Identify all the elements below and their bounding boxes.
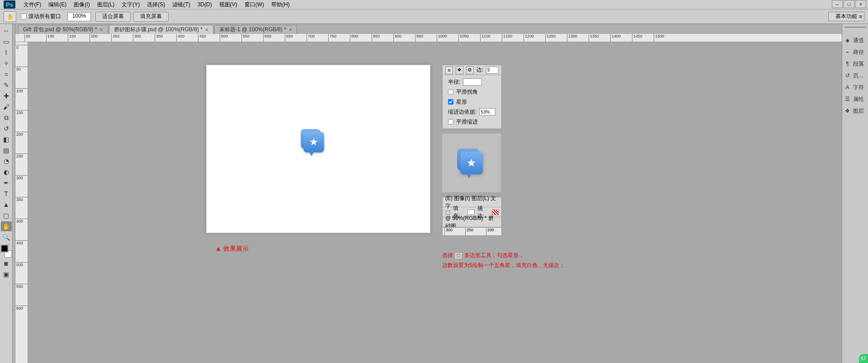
gradient-tool-icon[interactable]: ▤	[1, 145, 12, 155]
zoom-tool-icon[interactable]: 🔍	[1, 232, 12, 242]
crop-tool-icon[interactable]: ⌗	[1, 69, 12, 79]
menu-window[interactable]: 窗口(W)	[241, 0, 268, 10]
fill-screen-button[interactable]: 填充屏幕	[133, 12, 169, 22]
step-thumbnail: ★	[442, 134, 501, 192]
dock-character[interactable]: A字符	[844, 83, 867, 92]
menu-3d[interactable]: 3D(D)	[194, 0, 216, 9]
menu-layer[interactable]: 图层(L)	[94, 0, 118, 10]
indent-input[interactable]	[479, 108, 495, 115]
smooth-indent-checkbox[interactable]	[448, 119, 453, 124]
scroll-all-windows-checkbox[interactable]: 滚动所有窗口	[21, 13, 61, 20]
scroll-all-label: 滚动所有窗口	[28, 13, 61, 20]
star-label: 星形	[456, 98, 467, 106]
mini-ruler: 300250200	[443, 227, 501, 235]
clone-stamp-tool-icon[interactable]: ⧉	[1, 113, 12, 123]
sides-label: 边:	[476, 66, 483, 74]
result-label: ▲ 效果展示	[215, 245, 249, 253]
dock-history[interactable]: ↺历…	[844, 71, 867, 80]
history-brush-tool-icon[interactable]: ↺	[1, 124, 12, 134]
close-icon[interactable]: ×	[289, 27, 292, 33]
document-tab[interactable]: Gift 背包.psd @ 50%(RGB/8) *×	[18, 25, 108, 34]
polygon-tool-icon: ⬡	[454, 252, 462, 259]
dock-properties[interactable]: ☰属性	[844, 95, 867, 104]
menu-filter[interactable]: 滤镜(T)	[169, 0, 193, 10]
menu-image[interactable]: 图像(I)	[70, 0, 93, 10]
marquee-tool-icon[interactable]: ▭	[1, 37, 12, 47]
brush-tool-icon[interactable]: 🖌	[1, 102, 12, 112]
gear-icon[interactable]: ⚙	[466, 66, 474, 74]
corner-badge: 57	[859, 354, 868, 363]
star-icon: ★	[467, 157, 476, 170]
dock-paragraph[interactable]: ¶段落	[844, 59, 867, 68]
color-swatches[interactable]	[1, 245, 12, 258]
canvas-viewport[interactable]: ★ ▲ 效果展示 ≡ ❖	[28, 42, 842, 363]
lasso-tool-icon[interactable]: ⌇	[1, 48, 12, 57]
star-checkbox[interactable]	[448, 99, 453, 105]
polygon-options-panel: ≡ ❖ ⚙ 边: 半径:	[442, 65, 502, 129]
radius-input[interactable]	[463, 78, 482, 86]
scroll-all-checkbox-input[interactable]	[21, 14, 27, 19]
dodge-tool-icon[interactable]: ◐	[1, 167, 12, 177]
toolbox: ↔ ▭ ⌇ ✧ ⌗ ✎ ✚ 🖌 ⧉ ↺ ◧ ▤ ◔ ◐ ✒ T ▲ ▢ ✋ 🔍	[0, 24, 13, 363]
menu-help[interactable]: 帮助(H)	[268, 0, 293, 10]
menu-file[interactable]: 文件(F)	[20, 0, 45, 10]
eraser-tool-icon[interactable]: ◧	[1, 134, 12, 144]
shape-tool-icon[interactable]: ▢	[1, 210, 12, 220]
menu-bar: Ps 文件(F) 编辑(E) 图像(I) 图层(L) 文字(Y) 选择(S) 滤…	[0, 0, 868, 10]
right-panel-dock: ◈通道 ⌁路径 ¶段落 ↺历… A字符 ☰属性 ❖图层	[842, 24, 868, 363]
instruction-text: 选择 ⬡ 多边形工具，勾选星形， 边数设置为5绘制一个五角星，填充白色，无描边；	[442, 250, 664, 270]
close-icon[interactable]: ×	[205, 27, 208, 33]
magic-wand-tool-icon[interactable]: ✧	[1, 58, 12, 68]
screen-mode-icon[interactable]: ▣	[1, 269, 12, 279]
path-selection-tool-icon[interactable]: ▲	[1, 200, 12, 210]
window-close-button[interactable]: ×	[855, 0, 866, 8]
quick-mask-icon[interactable]: ◙	[1, 258, 12, 268]
chat-bubble-star-icon: ★	[460, 152, 483, 175]
app-logo: Ps	[4, 0, 15, 9]
vertical-ruler[interactable]: 050100150200250300350400450500550600	[15, 42, 28, 363]
arrange-icon[interactable]: ❖	[456, 66, 463, 74]
close-icon[interactable]: ×	[100, 27, 103, 33]
document-tab[interactable]: 未标题-1 @ 100%(RGB/8) *×	[214, 25, 297, 34]
menu-edit[interactable]: 编辑(E)	[45, 0, 70, 10]
chat-bubble-star-icon: ★	[303, 132, 324, 153]
fit-screen-button[interactable]: 适合屏幕	[95, 12, 131, 22]
radius-label: 半径:	[448, 78, 460, 86]
window-minimize-button[interactable]: –	[832, 0, 843, 8]
eyedropper-tool-icon[interactable]: ✎	[1, 80, 12, 90]
window-maximize-button[interactable]: □	[844, 0, 854, 8]
dock-layers[interactable]: ❖图层	[844, 106, 867, 115]
sides-input[interactable]	[486, 67, 499, 74]
mini-options-panel: (E) 图像(I) 图层(L) 文字 ⬚ 填充: 描边:	[442, 197, 502, 236]
smooth-indent-label: 平滑缩进	[456, 118, 478, 126]
star-icon: ★	[309, 136, 318, 148]
hand-tool-icon[interactable]: ✋	[1, 221, 12, 231]
options-bar: ✋ 滚动所有窗口 100% 适合屏幕 填充屏幕 基本功能	[0, 10, 868, 24]
foreground-color-swatch[interactable]	[1, 245, 8, 252]
hand-tool-preset-icon[interactable]: ✋	[4, 11, 16, 22]
result-canvas: ★	[206, 65, 430, 233]
align-icon[interactable]: ≡	[445, 66, 453, 74]
document-tab[interactable]: 磨砂图标步骤.psd @ 100%(RGB/8) *×	[109, 25, 213, 34]
blur-tool-icon[interactable]: ◔	[1, 156, 12, 166]
dock-channels[interactable]: ◈通道	[844, 36, 867, 45]
menu-type[interactable]: 文字(Y)	[118, 0, 143, 10]
type-tool-icon[interactable]: T	[1, 189, 12, 199]
pen-tool-icon[interactable]: ✒	[1, 178, 12, 188]
menu-select[interactable]: 选择(S)	[143, 0, 169, 10]
indent-label: 缩进边依据:	[448, 108, 476, 116]
document-tabs: Gift 背包.psd @ 50%(RGB/8) *× 磨砂图标步骤.psd @…	[15, 24, 842, 34]
workspace-switcher[interactable]: 基本功能	[828, 12, 864, 21]
move-tool-icon[interactable]: ↔	[1, 26, 12, 36]
menu-view[interactable]: 视图(V)	[216, 0, 241, 10]
smooth-corners-label: 平滑拐角	[456, 88, 478, 96]
horizontal-ruler[interactable]: 5010015020025030035040045050055060065070…	[15, 34, 842, 42]
smooth-corners-checkbox[interactable]	[448, 89, 453, 95]
healing-brush-tool-icon[interactable]: ✚	[1, 91, 12, 101]
zoom-level-input[interactable]: 100%	[67, 12, 91, 21]
dock-paths[interactable]: ⌁路径	[844, 48, 867, 57]
